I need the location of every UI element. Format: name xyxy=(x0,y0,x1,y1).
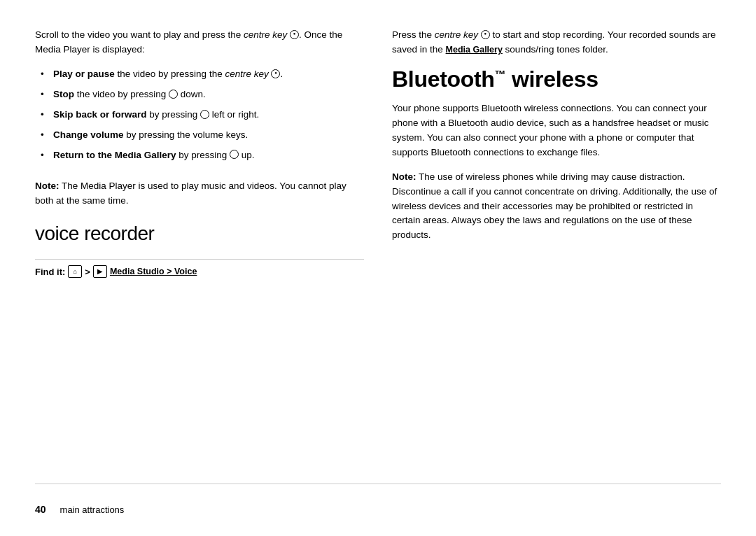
page-number: 40 xyxy=(35,504,46,515)
page: Scroll to the video you want to play and… xyxy=(0,0,756,536)
recording-intro: Press the centre key ● to start and stop… xyxy=(392,28,721,57)
bluetooth-description: Your phone supports Bluetooth wireless c… xyxy=(392,101,721,160)
bullet-skip: Skip back or forward by pressing left or… xyxy=(41,108,364,122)
right-column: Press the centre key ● to start and stop… xyxy=(392,28,721,477)
bullet-list: Play or pause the video by pressing the … xyxy=(41,67,364,169)
arrow-icon: > xyxy=(85,267,90,277)
bullet-play-pause: Play or pause the video by pressing the … xyxy=(41,67,364,82)
divider xyxy=(35,259,364,260)
left-column: Scroll to the video you want to play and… xyxy=(35,28,364,477)
find-it-path: Media Studio > Voice xyxy=(110,267,197,276)
media-studio-icon: ▶ xyxy=(93,265,107,278)
home-icon: ⌂ xyxy=(68,265,82,278)
bluetooth-heading: Bluetooth™ wireless xyxy=(392,67,721,92)
find-it-bar: Find it: ⌂ > ▶ Media Studio > Voice xyxy=(35,265,364,278)
bluetooth-note: Note: The use of wireless phones while d… xyxy=(392,170,721,244)
bullet-return: Return to the Media Gallery by pressing … xyxy=(41,148,364,163)
find-it-label: Find it: xyxy=(35,267,65,277)
footer: 40 main attractions xyxy=(35,490,721,515)
bullet-volume: Change volume by pressing the volume key… xyxy=(41,128,364,143)
page-label: main attractions xyxy=(60,505,125,515)
bullet-stop: Stop the video by pressing down. xyxy=(41,87,364,102)
content-area: Scroll to the video you want to play and… xyxy=(35,28,721,477)
footer-divider xyxy=(35,484,721,484)
voice-recorder-heading: voice recorder xyxy=(35,223,364,245)
note-media-player: Note: The Media Player is used to play m… xyxy=(35,179,364,209)
intro-paragraph: Scroll to the video you want to play and… xyxy=(35,28,364,57)
